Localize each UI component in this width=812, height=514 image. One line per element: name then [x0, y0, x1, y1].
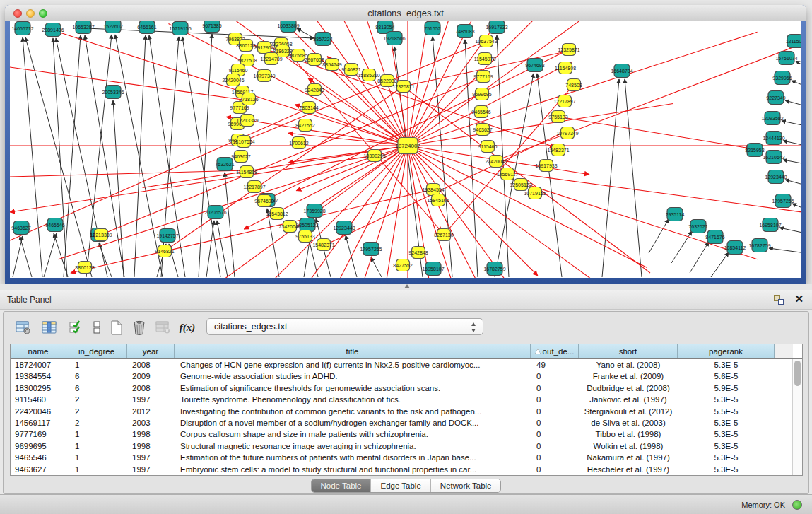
black-edge: [783, 141, 801, 146]
node-label: 9146821: [155, 249, 174, 254]
column-header-name[interactable]: name: [11, 344, 66, 358]
new-table-button[interactable]: [107, 317, 126, 337]
select-columns-button[interactable]: [40, 317, 59, 337]
function-builder-button[interactable]: f(x): [177, 317, 197, 337]
dropdown-arrows-icon: [471, 322, 477, 333]
cell: 1998: [127, 428, 175, 440]
node-label: 8854749: [322, 62, 341, 67]
cell: 1: [66, 452, 127, 463]
black-edge: [783, 160, 801, 164]
table-toolbar: f(x) citations_edges.txt: [8, 316, 799, 340]
node-table: namein_degreeyeartitleout_de...shortpage…: [10, 344, 803, 476]
cell: 5.3E-5: [678, 452, 775, 463]
cell: Genome-wide association studies in ADHD.: [175, 370, 531, 382]
node-label: 9671385: [202, 23, 221, 28]
node-label: 16782759: [748, 243, 770, 248]
node-label: 12923448: [765, 175, 787, 180]
cell: Tourette syndrome. Phenomenology and cla…: [175, 394, 531, 405]
table-body: 1872400712008Changes of HCN gene express…: [11, 359, 802, 475]
table-tabs: Node TableEdge TableNetwork Table: [4, 479, 808, 493]
close-panel-icon[interactable]: ✕: [794, 293, 804, 305]
table-row[interactable]: 977716911998Corpus callosum shape and si…: [11, 428, 802, 440]
table-settings-button[interactable]: [13, 317, 33, 337]
cell: 2009: [127, 370, 175, 382]
row-options-button[interactable]: [87, 317, 107, 337]
tab-node-table[interactable]: Node Table: [312, 479, 372, 492]
cell: 2008: [127, 382, 175, 394]
table-scrollbar[interactable]: [792, 359, 802, 475]
table-row[interactable]: 1456911722003Disruption of a novel membe…: [11, 417, 802, 428]
cell: 2012: [127, 406, 175, 417]
column-header-short[interactable]: short: [579, 344, 678, 358]
black-edge: [13, 236, 23, 277]
table-row[interactable]: 1872400712008Changes of HCN gene express…: [11, 359, 802, 370]
memory-status-indicator: [792, 500, 802, 510]
cell: Estimation of the future numbers of pati…: [175, 452, 531, 463]
node-label: 1211504: [786, 39, 801, 44]
node-label: 11154808: [236, 170, 257, 175]
node-label: 20053346: [102, 90, 124, 95]
column-header-pagerank[interactable]: pagerank: [678, 344, 775, 358]
table-panel-body: f(x) citations_edges.txt namein_degreeye…: [3, 311, 809, 494]
column-header-out-de-[interactable]: out_de...: [531, 344, 579, 358]
float-panel-icon[interactable]: [774, 295, 784, 305]
cell: 1: [66, 428, 127, 440]
cell: 5.6E-5: [678, 370, 775, 382]
cell: 9465546: [11, 452, 66, 463]
node-label: 12505123: [510, 182, 531, 187]
black-edge: [23, 37, 42, 277]
black-edge: [225, 173, 235, 277]
window-titlebar[interactable]: citations_edges.txt: [5, 5, 806, 21]
sort-ascending-icon: [535, 349, 541, 354]
cell: Changes of HCN gene expression and I(f) …: [175, 359, 531, 370]
table-selector-dropdown[interactable]: citations_edges.txt: [206, 318, 483, 335]
node-label: 12217897: [243, 185, 265, 189]
split-pane-divider[interactable]: [0, 284, 812, 290]
column-header-year[interactable]: year: [127, 344, 175, 358]
cell: Hescheler et al. (1997): [579, 464, 678, 475]
column-header-in-degree[interactable]: in_degree: [66, 344, 127, 358]
table-header-row: namein_degreeyeartitleout_de...shortpage…: [11, 344, 802, 359]
cell: 49: [531, 359, 579, 370]
node-label: 9465546: [45, 223, 64, 228]
cell: 9777169: [11, 428, 66, 440]
tab-network-table[interactable]: Network Table: [431, 479, 501, 492]
scrollbar-thumb[interactable]: [794, 361, 801, 386]
column-header-title[interactable]: title: [175, 344, 531, 358]
table-row[interactable]: 1938455462009Genome-wide association stu…: [11, 370, 802, 382]
node-label: 17957255: [772, 199, 794, 204]
table-row[interactable]: 969969511998Structural magnetic resonanc…: [11, 440, 802, 452]
cell: 5.3E-5: [678, 464, 775, 475]
table-row[interactable]: 2242004622012Investigating the contribut…: [11, 406, 802, 417]
node-label: 18107554: [233, 139, 254, 144]
cell: 19384554: [11, 370, 66, 382]
node-label: 8427552: [393, 263, 412, 268]
divider-collapse-arrow-icon[interactable]: [404, 284, 410, 288]
select-all-rows-button[interactable]: [66, 317, 86, 337]
node-label: 9463627: [231, 154, 250, 159]
node-label: 9242848: [305, 88, 324, 93]
cell: 1: [66, 440, 127, 452]
black-edge: [115, 35, 163, 277]
delete-table-button[interactable]: [129, 317, 149, 337]
table-row[interactable]: 946554611997Estimation of the future num…: [11, 452, 802, 463]
network-canvas[interactable]: 1405571220891406106532871527602646616110…: [10, 21, 801, 278]
table-row[interactable]: 911546021997Tourette syndrome. Phenomeno…: [11, 394, 802, 405]
node-label: 6466161: [137, 25, 156, 30]
node-label: 15482371: [547, 148, 569, 153]
table-row[interactable]: 946362711997Embryonic stem cells: a mode…: [11, 464, 802, 475]
cell: 0: [531, 417, 579, 428]
cell: 5.5E-5: [678, 406, 775, 417]
table-row[interactable]: 1830029562008Estimation of significance …: [11, 382, 802, 394]
red-edge: [408, 146, 538, 276]
node-label: 8857224: [313, 37, 332, 42]
node-label: 11154808: [555, 66, 576, 71]
node-label: 11545978: [474, 57, 496, 62]
node-label: 2967608: [305, 57, 324, 62]
cell: Estimation of significance thresholds fo…: [175, 382, 531, 394]
black-edge: [782, 121, 801, 126]
cell: Yano et al. (2008): [579, 359, 678, 370]
tab-edge-table[interactable]: Edge Table: [371, 479, 430, 492]
node-label: 16917933: [535, 163, 557, 168]
cell: 6: [66, 370, 127, 382]
